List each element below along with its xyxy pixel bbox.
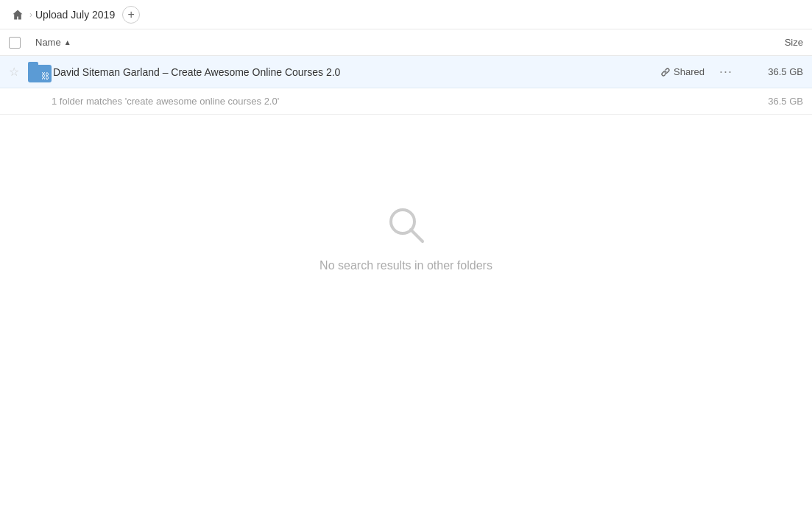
match-info-text: 1 folder matches 'create awesome online … <box>52 96 768 107</box>
column-headers: Name ▲ Size <box>0 29 812 56</box>
shared-label: Shared <box>674 66 705 77</box>
no-results-message: No search results in other folders <box>319 259 493 272</box>
more-options-button[interactable]: ··· <box>713 61 738 82</box>
plus-icon: + <box>128 9 135 21</box>
link-badge-icon <box>660 67 671 77</box>
file-name: David Siteman Garland – Create Awesome O… <box>53 66 660 78</box>
file-size: 36.5 GB <box>744 66 803 77</box>
select-all-checkbox[interactable] <box>9 37 21 49</box>
sort-arrow-icon: ▲ <box>64 38 71 46</box>
size-column-header[interactable]: Size <box>730 37 803 48</box>
star-button[interactable]: ☆ <box>9 65 27 79</box>
no-results-search-icon <box>384 203 428 247</box>
match-info-size: 36.5 GB <box>768 96 803 107</box>
home-icon <box>12 9 24 21</box>
star-icon: ☆ <box>9 65 19 79</box>
shared-badge: Shared <box>660 66 705 77</box>
folder-body: ⛓ <box>28 65 52 82</box>
home-button[interactable] <box>9 6 27 24</box>
checkbox-col <box>9 37 35 49</box>
file-icon: ⛓ <box>27 62 53 82</box>
empty-state: No search results in other folders <box>0 115 812 272</box>
link-icon: ⛓ <box>41 71 49 80</box>
match-info-row: 1 folder matches 'create awesome online … <box>0 88 812 115</box>
breadcrumb-item[interactable]: Upload July 2019 <box>35 9 115 21</box>
svg-line-1 <box>411 230 423 241</box>
folder-icon-wrap: ⛓ <box>28 62 52 82</box>
add-button[interactable]: + <box>122 6 140 24</box>
name-column-header[interactable]: Name ▲ <box>35 37 730 48</box>
file-row[interactable]: ☆ ⛓ David Siteman Garland – Create Aweso… <box>0 56 812 88</box>
breadcrumb-separator: › <box>29 10 32 20</box>
breadcrumb-bar: › Upload July 2019 + <box>0 0 812 29</box>
